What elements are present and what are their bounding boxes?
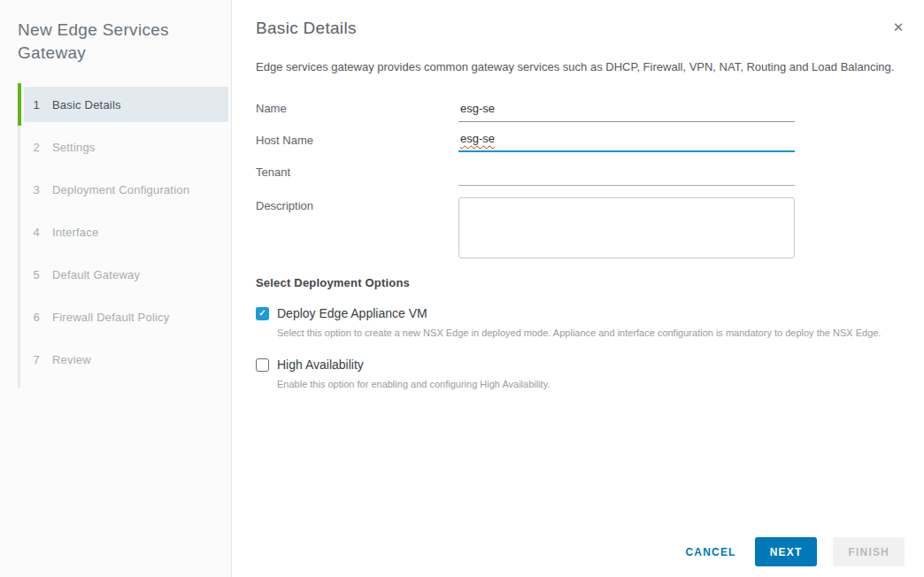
host-name-label: Host Name (256, 132, 458, 147)
step-label: Basic Details (52, 98, 121, 112)
tenant-row: Tenant (256, 164, 924, 196)
high-availability-option: High Availability Enable this option for… (256, 358, 897, 392)
wizard-footer: CANCEL NEXT FINISH (685, 537, 905, 566)
step-deployment-configuration[interactable]: 3 Deployment Configuration (24, 172, 228, 207)
next-button[interactable]: NEXT (755, 537, 818, 566)
step-label: Settings (52, 141, 96, 154)
step-interface[interactable]: 4 Interface (24, 214, 228, 250)
tenant-label: Tenant (256, 164, 458, 179)
checked-checkbox-icon[interactable]: ✓ (256, 307, 269, 320)
step-number: 6 (30, 311, 42, 324)
active-step-indicator (18, 83, 21, 126)
name-row: Name (256, 100, 924, 132)
step-number: 4 (30, 226, 42, 239)
step-label: Review (52, 353, 91, 366)
wizard-steps: 1 Basic Details 2 Settings 3 Deployment … (0, 87, 231, 377)
description-field[interactable] (458, 197, 795, 258)
unchecked-checkbox-icon[interactable] (256, 358, 269, 372)
option-description: Enable this option for enabling and conf… (277, 377, 897, 392)
option-description: Select this option to create a new NSX E… (277, 326, 897, 341)
high-availability-toggle[interactable]: High Availability (256, 358, 897, 372)
deployment-options-heading: Select Deployment Options (256, 276, 924, 289)
name-field[interactable] (458, 102, 795, 122)
step-number: 3 (30, 183, 42, 196)
step-number: 2 (30, 141, 42, 154)
page-title: Basic Details (256, 19, 924, 38)
deploy-edge-appliance-option: ✓ Deploy Edge Appliance VM Select this o… (256, 306, 897, 341)
check-icon: ✓ (258, 309, 266, 318)
host-name-field[interactable]: esg-se (458, 132, 795, 152)
step-basic-details[interactable]: 1 Basic Details (24, 87, 228, 122)
step-number: 5 (30, 268, 42, 281)
panel-description: Edge services gateway provides common ga… (256, 58, 897, 75)
wizard-step-panel: Basic Details ✕ Edge services gateway pr… (232, 0, 924, 577)
name-label: Name (256, 100, 458, 115)
step-settings[interactable]: 2 Settings (24, 129, 228, 165)
step-number: 7 (30, 353, 42, 366)
basic-details-form: Name Host Name esg-se Tenant Description (256, 100, 924, 262)
step-review[interactable]: 7 Review (24, 342, 228, 377)
wizard-title: New Edge Services Gateway (18, 19, 213, 65)
close-icon[interactable]: ✕ (889, 19, 907, 36)
cancel-button[interactable]: CANCEL (685, 546, 735, 558)
step-number: 1 (30, 98, 42, 112)
deploy-edge-appliance-toggle[interactable]: ✓ Deploy Edge Appliance VM (256, 306, 897, 320)
step-label: Default Gateway (52, 268, 140, 281)
wizard-sidebar: New Edge Services Gateway 1 Basic Detail… (0, 0, 232, 577)
step-label: Interface (52, 226, 98, 239)
description-label: Description (256, 197, 458, 212)
host-name-row: Host Name esg-se (256, 132, 924, 164)
option-label: Deploy Edge Appliance VM (277, 306, 427, 320)
steps-rail (18, 88, 20, 388)
description-row: Description (256, 197, 924, 262)
step-default-gateway[interactable]: 5 Default Gateway (24, 257, 228, 292)
tenant-field[interactable] (458, 165, 795, 186)
step-label: Firewall Default Policy (52, 311, 169, 324)
host-name-value: esg-se (460, 132, 495, 145)
finish-button[interactable]: FINISH (833, 537, 905, 566)
step-label: Deployment Configuration (52, 183, 189, 196)
option-label: High Availability (277, 358, 364, 372)
step-firewall-default-policy[interactable]: 6 Firewall Default Policy (24, 299, 228, 335)
new-edge-services-gateway-dialog: New Edge Services Gateway 1 Basic Detail… (0, 0, 924, 577)
